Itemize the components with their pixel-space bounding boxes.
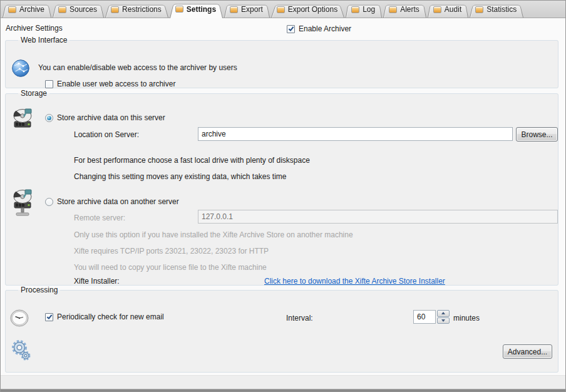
location-on-server-label: Location on Server: [74,130,139,139]
enable-web-access-checkbox[interactable] [45,80,53,88]
interval-input[interactable] [413,310,436,324]
tab-label: Restrictions [122,5,162,14]
check-icon [46,314,53,320]
tab-alerts[interactable]: Alerts [383,3,426,18]
tab-label: Statistics [486,5,517,14]
drawer-icon [58,6,66,13]
remote-server-input [198,210,558,224]
note-license: You will need to copy your license file … [74,263,267,272]
drawer-icon [389,6,397,13]
globe-network-icon [11,59,30,78]
store-remote-radio[interactable] [45,198,53,206]
tab-statistics[interactable]: Statistics [470,3,523,18]
drawer-icon [111,6,119,13]
enable-web-access-label: Enable user web access to archiver [57,80,175,88]
drawer-icon [175,6,183,13]
note-only-use: Only use this option if you have install… [74,230,353,239]
network-drive-icon [12,189,33,218]
tab-bar: Archive Sources Restrictions Settings Ex… [1,1,565,18]
browse-button[interactable]: Browse... [516,127,558,142]
spin-up-button[interactable] [437,310,450,317]
web-interface-legend: Web Interface [18,36,69,44]
periodic-check-label: Periodically check for new email [57,312,164,321]
clock-icon [10,309,29,327]
web-interface-group: Web Interface You can enable/disable web… [5,36,558,88]
store-local-radio[interactable] [45,114,53,122]
advanced-button[interactable]: Advanced... [503,344,552,359]
store-local-row: Store archive data on this server [45,113,165,122]
note-ports: Xifte requires TCP/IP ports 23021, 23022… [74,247,269,255]
enable-web-access-row: Enable user web access to archiver [45,80,175,88]
window-bottom-edge [1,389,565,391]
tab-export[interactable]: Export [224,3,270,18]
note-moving-data: Changing this setting moves any existing… [74,172,287,181]
window-footer [1,375,565,389]
store-local-label: Store archive data on this server [57,113,165,122]
interval-unit-label: minutes [453,314,480,322]
drawer-icon [475,6,483,13]
enable-archiver-row: Enable Archiver [287,24,351,33]
download-installer-link[interactable]: Click here to download the Xifte Archive… [264,277,445,286]
tab-settings[interactable]: Settings [170,2,223,18]
arrow-down-icon [441,319,445,322]
tab-log[interactable]: Log [346,3,382,18]
tab-label: Audit [445,5,461,14]
enable-archiver-checkbox[interactable] [287,25,295,33]
note-performance: For best performance choose a fast local… [74,156,310,165]
tab-audit[interactable]: Audit [428,3,468,18]
tab-label: Export [241,5,263,14]
interval-spinner [437,310,450,324]
tab-label: Archive [19,5,44,14]
tab-sources[interactable]: Sources [53,3,104,18]
gears-icon [11,339,33,362]
drawer-icon [230,6,238,13]
periodic-check-row: Periodically check for new email [45,312,164,321]
hard-drive-icon [12,108,33,131]
processing-legend: Processing [18,286,60,294]
tab-export-options[interactable]: Export Options [271,3,344,18]
archiver-settings-window: Archive Sources Restrictions Settings Ex… [0,0,566,392]
drawer-icon [433,6,441,13]
interval-label: Interval: [286,314,313,322]
page-title: Archiver Settings [6,24,63,33]
tab-label: Settings [187,5,216,14]
tab-label: Log [363,5,375,14]
storage-group: Storage Store archive data on this serve… [5,89,558,286]
drawer-icon [351,6,359,13]
processing-group: Processing Periodically check for new em… [5,286,558,373]
remote-server-label: Remote server: [74,214,125,222]
store-remote-label: Store archive data on another server [57,197,179,206]
tab-label: Sources [69,5,97,14]
web-access-description: You can enable/disable web access to the… [38,63,237,72]
store-remote-row: Store archive data on another server [45,197,179,206]
xifte-installer-label: Xifte Installer: [74,277,120,286]
storage-legend: Storage [18,89,49,98]
drawer-icon [8,6,16,13]
periodic-check-checkbox[interactable] [45,313,53,321]
spin-down-button[interactable] [437,317,450,324]
settings-tab-page: Archiver Settings Enable Archiver Web In… [1,18,565,375]
tab-label: Export Options [288,5,337,14]
tab-restrictions[interactable]: Restrictions [105,3,168,18]
check-icon [288,26,294,32]
tab-archive[interactable]: Archive [3,3,51,18]
enable-archiver-label: Enable Archiver [299,24,351,33]
tab-label: Alerts [400,5,419,14]
location-on-server-input[interactable] [198,127,513,141]
drawer-icon [277,6,285,13]
arrow-up-icon [441,312,445,314]
